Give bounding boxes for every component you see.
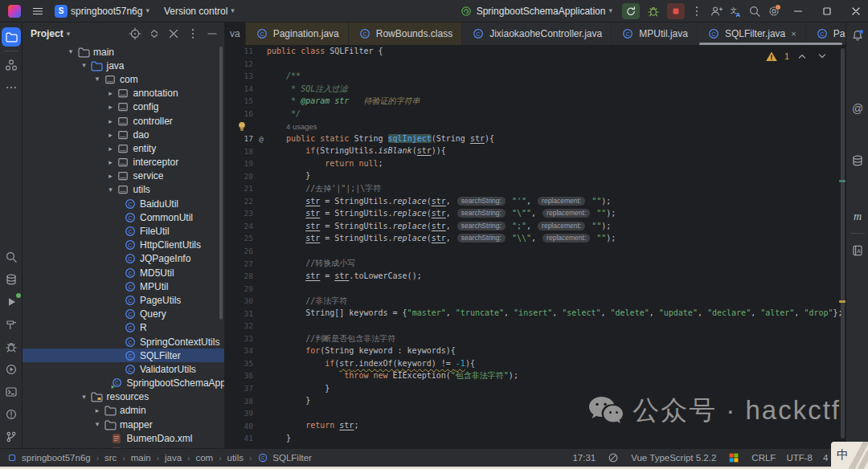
maximize-button[interactable] [815, 0, 839, 22]
services-toolwindow-button[interactable] [2, 360, 21, 379]
project-toolwindow-button[interactable] [2, 27, 21, 47]
tree-item-interceptor[interactable]: ▸interceptor [23, 156, 224, 169]
chevron-right-icon[interactable]: ▸ [105, 145, 117, 153]
inspection-widget[interactable] [606, 451, 620, 465]
file-encoding[interactable]: UTF-8 [786, 453, 813, 463]
vcs-widget-button[interactable]: Version control▾ [159, 4, 240, 18]
search-everywhere-button[interactable] [2, 247, 21, 267]
microsoft-plugin[interactable] [727, 451, 741, 465]
tree-item-springbootschemaapplication[interactable]: CSpringbootSchemaApplication [23, 377, 224, 390]
chevron-right-icon[interactable]: ▸ [105, 131, 117, 139]
translate-icon[interactable]: 文A [728, 4, 743, 18]
build-toolwindow-button[interactable] [2, 315, 21, 334]
tree-item-pageutils[interactable]: CPageUtils [23, 293, 224, 307]
tab-mputil-java[interactable]: CMPUtil.java [612, 22, 698, 45]
annotation-gutter-icon[interactable]: @ [256, 135, 267, 143]
project-panel-title[interactable]: Project [31, 28, 63, 39]
run-button[interactable] [622, 3, 640, 19]
tree-item-java[interactable]: ▾java [23, 59, 224, 72]
tree-item-jqpageinfo[interactable]: CJQPageInfo [23, 252, 224, 266]
tree-item-config[interactable]: ▸config [23, 100, 224, 114]
usages-hint[interactable]: 4 usages [286, 122, 317, 131]
maven-panel-button[interactable]: m [848, 207, 867, 226]
tree-item-fileutil[interactable]: CFileUtil [23, 224, 224, 238]
chevron-right-icon[interactable]: ▸ [105, 117, 117, 125]
tree-item-service[interactable]: ▸service [23, 169, 224, 183]
run-configuration-selector[interactable]: SpringbootSchemaApplication▾ [454, 2, 617, 20]
tab-jixiaokaohecontroller-java[interactable]: CJixiaokaoheController.java [462, 22, 612, 45]
line-separator[interactable]: CRLF [751, 453, 776, 463]
tree-item-admin[interactable]: ▸admin [23, 404, 224, 418]
expand-all-button-icon[interactable] [147, 27, 162, 41]
select-opened-file-button-icon[interactable] [128, 27, 142, 41]
more-toolwindows-button[interactable] [2, 78, 21, 97]
tree-item-resources[interactable]: ▾resources [23, 390, 224, 404]
person-icon[interactable] [709, 4, 723, 18]
tree-item-httpclientutils[interactable]: CHttpClientUtils [23, 239, 224, 252]
settings-button[interactable] [767, 4, 781, 18]
structure-toolwindow-button[interactable] [2, 55, 21, 75]
chevron-right-icon[interactable]: ▸ [105, 158, 117, 166]
tab-pagination-java[interactable]: CPagination.java [246, 22, 349, 45]
next-problem-icon[interactable] [815, 49, 829, 63]
stop-button[interactable] [667, 3, 685, 19]
code-editor[interactable]: 11public class SQLFilter {1213 /**14 * S… [225, 45, 845, 448]
database-toolwindow-button[interactable] [2, 270, 21, 289]
tree-item-mputil[interactable]: CMPUtil [23, 279, 224, 293]
tree-item-main[interactable]: ▾main [23, 45, 224, 59]
breadcrumb-item[interactable]: java [165, 453, 182, 463]
tree-item-bumendao-xml[interactable]: BumenDao.xml [23, 431, 224, 445]
breadcrumb-item[interactable]: CSQLFilter [257, 452, 312, 463]
menu-icon[interactable] [31, 4, 45, 18]
chevron-down-icon[interactable]: ▾ [92, 421, 103, 428]
breadcrumb-item[interactable]: src [104, 453, 117, 463]
tree-item-commonutil[interactable]: CCommonUtil [23, 210, 224, 224]
close-button[interactable] [844, 0, 868, 22]
caret-position[interactable]: 17:31 [572, 453, 596, 463]
tree-item-query[interactable]: CQuery [23, 308, 224, 321]
tree-item-r[interactable]: CR [23, 321, 224, 335]
ai-assistant-button[interactable]: @ [848, 99, 867, 118]
tree-item-baiduutil[interactable]: CBaiduUtil [23, 197, 224, 210]
chevron-down-icon[interactable]: ▾ [65, 48, 76, 55]
tree-item-utils[interactable]: ▾utils [23, 183, 224, 197]
breadcrumb-item[interactable]: main [131, 453, 151, 463]
chevron-down-icon[interactable]: ▾ [105, 186, 117, 194]
tree-item-annotation[interactable]: ▸annotation [23, 87, 224, 100]
chevron-right-icon[interactable]: ▸ [105, 103, 117, 111]
intention-bulb-icon[interactable] [235, 119, 249, 133]
tab-sqlfilter-java[interactable]: CSQLFilter.java× [698, 22, 806, 45]
kebab-icon[interactable] [690, 4, 704, 18]
tab-close-icon[interactable]: × [791, 29, 796, 39]
tree-item-md5util[interactable]: CMD5Util [23, 266, 224, 279]
project-selector-button[interactable]: Sspringboot57n6g▾ [50, 3, 154, 19]
database-panel-button[interactable] [848, 151, 867, 170]
chevron-down-icon[interactable]: ▾ [92, 75, 103, 83]
minimize-button[interactable] [786, 0, 810, 22]
tab-va[interactable]: va [225, 22, 246, 45]
debug-toolwindow-button[interactable] [2, 337, 21, 357]
tree-item-controller[interactable]: ▸controller [23, 114, 224, 128]
tab-rowbounds-class[interactable]: CRowBounds.class [349, 22, 462, 45]
tree-item-com[interactable]: ▾com [23, 72, 224, 86]
chevron-down-icon[interactable]: ▾ [79, 394, 90, 401]
chevron-right-icon[interactable]: ▸ [105, 89, 117, 97]
git-toolwindow-button[interactable] [2, 427, 21, 447]
hide-panel-button-icon[interactable] [205, 27, 219, 41]
tree-item-validatorutils[interactable]: CValidatorUtils [23, 362, 224, 376]
inspection-summary-widget[interactable]: 1 [761, 47, 833, 65]
project-tree-scrollbar[interactable] [219, 47, 223, 320]
chevron-right-icon[interactable]: ▸ [92, 406, 103, 414]
tree-item-mapper[interactable]: ▾mapper [23, 418, 224, 431]
chevron-down-icon[interactable]: ▾ [79, 62, 90, 69]
collapse-all-button-icon[interactable] [166, 27, 181, 41]
breadcrumb-item[interactable]: com [195, 453, 213, 463]
run-toolwindow-button[interactable] [2, 292, 21, 312]
terminal-toolwindow-button[interactable] [2, 382, 21, 402]
problems-toolwindow-button[interactable] [2, 405, 21, 424]
panel-options-button-icon[interactable] [186, 27, 200, 41]
prev-problem-icon[interactable] [795, 49, 809, 63]
tree-item-dao[interactable]: ▸dao [23, 128, 224, 141]
translation-dictionary-button[interactable]: A [848, 241, 867, 260]
tree-item-entity[interactable]: ▸entity [23, 141, 224, 155]
